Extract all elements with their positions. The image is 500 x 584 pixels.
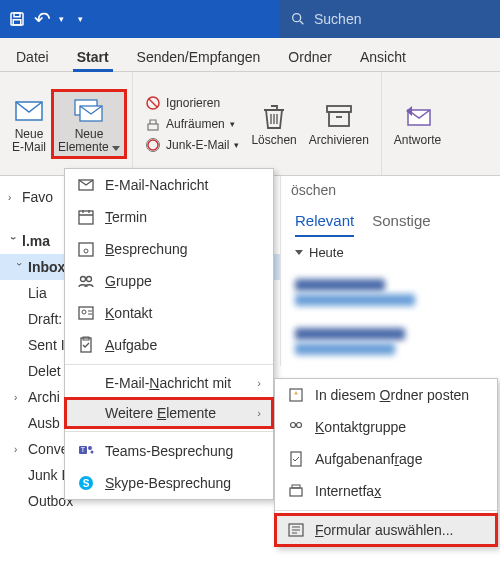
tab-file[interactable]: Datei: [12, 43, 53, 71]
submenu-contactgroup[interactable]: Kontaktgruppe: [275, 411, 497, 443]
svg-point-18: [81, 277, 86, 282]
new-items-menu: E-Mail-Nachricht Termin Besprechung Grup…: [64, 168, 274, 500]
menu-email-using[interactable]: E-Mail-Nachricht mit›: [65, 368, 273, 398]
menu-teams[interactable]: TTeams-Besprechung: [65, 435, 273, 467]
chevron-right-icon: ›: [257, 377, 261, 389]
task-icon: [77, 336, 95, 354]
new-items-icon: [73, 94, 105, 126]
new-items-button[interactable]: NeueElemente: [52, 90, 126, 158]
reply-label: Antworte: [394, 134, 441, 147]
fax-icon: [287, 482, 305, 500]
form-icon: [287, 521, 305, 539]
trash-icon: [258, 100, 290, 132]
svg-point-27: [91, 451, 94, 454]
tab-other[interactable]: Sonstige: [372, 212, 430, 237]
svg-point-21: [82, 310, 86, 314]
group-icon: [77, 272, 95, 290]
contact-icon: [77, 304, 95, 322]
save-icon[interactable]: [8, 10, 26, 28]
date-group[interactable]: Heute: [281, 237, 500, 268]
archive-label: Archivieren: [309, 134, 369, 147]
cleanup-icon: [145, 116, 161, 132]
mail-icon: [77, 176, 95, 194]
archive-icon: [323, 100, 355, 132]
tab-home[interactable]: Start: [73, 43, 113, 71]
menu-email[interactable]: E-Mail-Nachricht: [65, 169, 273, 201]
svg-rect-15: [79, 211, 93, 224]
new-items-label1: Neue: [75, 127, 104, 141]
skype-icon: S: [77, 474, 95, 492]
archive-button[interactable]: Archivieren: [303, 96, 375, 151]
svg-text:T: T: [81, 446, 86, 453]
message-item[interactable]: [281, 317, 500, 366]
junk-icon: [145, 137, 161, 153]
ignore-button[interactable]: Ignorieren: [143, 94, 241, 112]
new-email-button[interactable]: NeueE-Mail: [6, 90, 52, 158]
submenu-ifax[interactable]: Internetfax: [275, 475, 497, 507]
taskreq-icon: [287, 450, 305, 468]
message-item[interactable]: [281, 268, 500, 317]
meeting-icon: [77, 240, 95, 258]
group-new: NeueE-Mail NeueElemente: [0, 72, 133, 175]
search-icon: [290, 11, 306, 27]
more-items-submenu: In diesem Ordner posten Kontaktgruppe Au…: [274, 378, 498, 547]
tab-view[interactable]: Ansicht: [356, 43, 410, 71]
submenu-post[interactable]: In diesem Ordner posten: [275, 379, 497, 411]
reply-icon: [402, 100, 434, 132]
delete-button[interactable]: Löschen: [245, 96, 302, 151]
chevron-right-icon: ›: [257, 407, 261, 419]
submenu-taskreq[interactable]: Aufgabenanfrage: [275, 443, 497, 475]
undo-more-icon[interactable]: ▾: [59, 14, 64, 24]
qat-customize-icon[interactable]: ▾: [78, 14, 83, 24]
qat: ↶ ▾ ▾: [0, 0, 280, 38]
junk-button[interactable]: Junk-E-Mail ▾: [143, 136, 241, 154]
menu-task[interactable]: Aufgabe: [65, 329, 273, 361]
search-box[interactable]: Suchen: [280, 11, 500, 27]
submenu-choose-form[interactable]: Formular auswählen...: [275, 514, 497, 546]
svg-point-9: [148, 140, 158, 150]
svg-point-32: [297, 423, 302, 428]
svg-rect-33: [291, 452, 301, 466]
svg-point-26: [88, 446, 92, 450]
chevron-down-icon: [112, 146, 120, 151]
tab-sendrecv[interactable]: Senden/Empfangen: [133, 43, 265, 71]
svg-rect-34: [290, 488, 302, 496]
chevron-down-icon: [295, 250, 303, 255]
ribbon: NeueE-Mail NeueElemente Ignorieren Aufrä…: [0, 72, 500, 176]
menu-meeting[interactable]: Besprechung: [65, 233, 273, 265]
ribbon-tabs: Datei Start Senden/Empfangen Ordner Ansi…: [0, 38, 500, 72]
mail-icon: [13, 94, 45, 126]
ignore-icon: [145, 95, 161, 111]
svg-rect-8: [148, 124, 158, 130]
new-email-label2: E-Mail: [12, 140, 46, 154]
svg-point-19: [87, 277, 92, 282]
svg-text:S: S: [83, 478, 90, 489]
menu-more-items[interactable]: Weitere Elemente›: [65, 398, 273, 428]
search-placeholder: Suchen: [314, 11, 361, 27]
svg-point-17: [84, 249, 88, 253]
svg-rect-12: [329, 112, 349, 126]
menu-appointment[interactable]: Termin: [65, 201, 273, 233]
cleanup-button[interactable]: Aufräumen ▾: [143, 115, 241, 133]
reply-button[interactable]: Antworte: [388, 96, 447, 151]
svg-rect-1: [14, 13, 20, 17]
tab-relevant[interactable]: Relevant: [295, 212, 354, 237]
tab-folder[interactable]: Ordner: [284, 43, 336, 71]
group-respond: Antworte: [382, 72, 453, 175]
menu-group[interactable]: Gruppe: [65, 265, 273, 297]
menu-contact[interactable]: Kontakt: [65, 297, 273, 329]
calendar-icon: [77, 208, 95, 226]
svg-rect-35: [292, 485, 300, 488]
teams-icon: T: [77, 442, 95, 460]
message-pane: öschen Relevant Sonstige Heute: [280, 176, 500, 366]
menu-skype[interactable]: SSkype-Besprechung: [65, 467, 273, 499]
svg-point-3: [293, 14, 301, 22]
undo-icon[interactable]: ↶: [34, 7, 51, 31]
title-bar: ↶ ▾ ▾ Suchen: [0, 0, 500, 38]
post-icon: [287, 386, 305, 404]
svg-rect-2: [13, 20, 21, 25]
group-delete: Ignorieren Aufräumen ▾ Junk-E-Mail ▾ Lös…: [133, 72, 382, 175]
new-items-label2: Elemente: [58, 140, 109, 154]
svg-rect-11: [327, 106, 351, 112]
delete-label: Löschen: [251, 134, 296, 147]
